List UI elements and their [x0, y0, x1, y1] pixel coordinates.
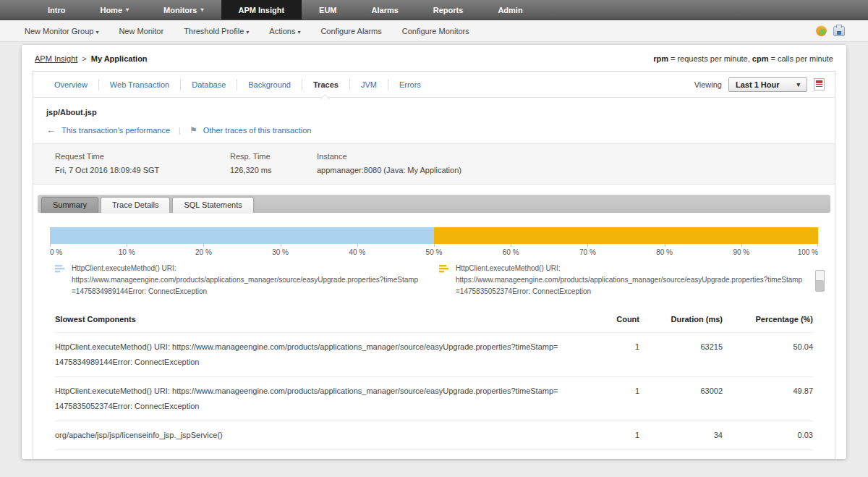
- axis-tick-label: 0 %: [50, 248, 62, 256]
- instance-label: Instance: [317, 150, 835, 164]
- nav-label: Alarms: [372, 6, 399, 14]
- time-range-value: Last 1 Hour: [736, 80, 780, 89]
- trace-info-strip: Request Time Fri, 7 Oct 2016 18:09:49 SG…: [33, 143, 835, 185]
- bar-axis: 0 %10 %20 %30 %40 %50 %60 %70 %80 %90 %1…: [50, 244, 818, 258]
- nav-home[interactable]: Home▾: [82, 0, 146, 20]
- col-duration: Duration (ms): [639, 315, 723, 324]
- nav-label: Reports: [433, 6, 464, 14]
- toolbar-threshold-profile[interactable]: Threshold Profile▾: [174, 27, 259, 35]
- nav-apm-insight[interactable]: APM Insight: [221, 0, 302, 20]
- subtab-sql-statements[interactable]: SQL Statements: [172, 197, 253, 213]
- col-percentage: Percentage (%): [723, 315, 813, 324]
- percentage-cell: 50.04: [723, 339, 813, 355]
- nav-label: EUM: [319, 6, 336, 14]
- nav-label: Intro: [48, 6, 65, 14]
- bar-segment: [434, 227, 818, 244]
- percentage-cell: 0.03: [723, 428, 813, 443]
- toolbar-new-monitor[interactable]: New Monitor: [109, 27, 174, 35]
- bar-segment: [50, 227, 434, 244]
- legend-title: HttpClient.executeMethod() URI:: [456, 263, 804, 274]
- toolbar-actions[interactable]: Actions▾: [259, 27, 310, 35]
- status-pie-icon[interactable]: [816, 25, 827, 36]
- axis-tick: [203, 244, 204, 247]
- tab-overview[interactable]: Overview: [43, 79, 98, 90]
- chevron-down-icon: ▾: [126, 7, 129, 13]
- axis-tick-label: 20 %: [195, 248, 212, 256]
- transaction-performance-link[interactable]: This transaction's performance: [61, 126, 170, 135]
- duration-cell: 63002: [639, 384, 723, 399]
- count-cell: 6: [596, 457, 639, 459]
- nav-admin[interactable]: Admin: [480, 0, 540, 20]
- toolbar-label: Actions: [269, 27, 295, 35]
- table-row: AbstractJdbc2Statement.executeQuery() SE…: [55, 449, 813, 459]
- resp-time-block: Resp. Time 126,320 ms: [230, 150, 317, 177]
- table-row: HttpClient.executeMethod() URI: https://…: [55, 376, 813, 421]
- component-cell: HttpClient.executeMethod() URI: https://…: [55, 384, 596, 414]
- tab-jvm[interactable]: JVM: [349, 79, 388, 90]
- tab-database[interactable]: Database: [180, 79, 237, 90]
- col-slowest-components: Slowest Components: [55, 315, 596, 324]
- nav-eum[interactable]: EUM: [302, 0, 354, 20]
- request-time-label: Request Time: [55, 150, 230, 164]
- toolbar-configure-alarms[interactable]: Configure Alarms: [310, 27, 391, 35]
- col-count: Count: [596, 315, 639, 324]
- subtab-trace-details[interactable]: Trace Details: [101, 197, 170, 213]
- cpm-abbr: cpm: [752, 54, 769, 63]
- tab-errors[interactable]: Errors: [388, 79, 432, 90]
- toolbar-label: Configure Monitors: [402, 27, 469, 35]
- trace-subtabs: Summary Trace Details SQL Statements: [38, 195, 830, 213]
- axis-tick-label: 90 %: [733, 248, 749, 256]
- other-traces-link[interactable]: Other traces of this transaction: [203, 126, 312, 135]
- flag-icon: ⚑: [190, 125, 197, 135]
- chevron-down-icon: ▾: [246, 29, 249, 35]
- percentage-cell: 0.02: [723, 457, 813, 459]
- axis-tick-label: 70 %: [579, 248, 596, 256]
- legend-swatch-icon: [439, 264, 449, 274]
- rpm-abbr: rpm: [653, 54, 668, 63]
- toolbar-label: Configure Alarms: [320, 27, 381, 35]
- app-tabs: Overview Web Transaction Database Backgr…: [33, 72, 835, 98]
- chevron-down-icon: ▾: [95, 29, 98, 35]
- nav-reports[interactable]: Reports: [416, 0, 481, 20]
- legend-swatch-icon: [55, 264, 65, 274]
- printer-icon[interactable]: [833, 26, 845, 36]
- nav-alarms[interactable]: Alarms: [354, 0, 416, 20]
- instance-block: Instance appmanager:8080 (Java: My Appli…: [317, 150, 835, 177]
- duration-cell: 24: [639, 457, 723, 459]
- nav-monitors[interactable]: Monitors▾: [146, 0, 221, 20]
- legend-detail: https://www.manageengine.com/products/ap…: [72, 276, 418, 295]
- legend-scrollbar[interactable]: [815, 270, 825, 292]
- tab-web-transaction[interactable]: Web Transaction: [98, 79, 180, 90]
- table-header: Slowest Components Count Duration (ms) P…: [55, 315, 813, 332]
- resp-time-value: 126,320 ms: [230, 164, 317, 177]
- pdf-export-icon[interactable]: [814, 78, 825, 90]
- tab-traces[interactable]: Traces: [302, 79, 349, 90]
- nav-label: APM Insight: [239, 6, 285, 14]
- axis-tick-label: 10 %: [119, 248, 135, 256]
- legend-text: HttpClient.executeMethod() URI:https://w…: [456, 263, 804, 297]
- axis-tick: [281, 244, 281, 247]
- action-toolbar: New Monitor Group▾ New Monitor Threshold…: [0, 20, 868, 42]
- request-time-block: Request Time Fri, 7 Oct 2016 18:09:49 SG…: [55, 150, 230, 177]
- time-range-select[interactable]: Last 1 Hour ▾: [728, 77, 807, 92]
- count-cell: 1: [596, 384, 639, 399]
- tab-background[interactable]: Background: [237, 79, 302, 90]
- component-cell: HttpClient.executeMethod() URI: https://…: [55, 339, 596, 370]
- nav-intro[interactable]: Intro: [30, 0, 82, 20]
- axis-tick: [357, 244, 358, 247]
- breadcrumb-apm-insight-link[interactable]: APM Insight: [35, 54, 77, 63]
- count-cell: 1: [596, 428, 639, 443]
- axis-tick: [511, 244, 511, 247]
- nav-label: Home: [100, 6, 122, 14]
- toolbar-configure-monitors[interactable]: Configure Monitors: [392, 27, 480, 35]
- duration-cell: 63215: [639, 339, 723, 355]
- toolbar-new-monitor-group[interactable]: New Monitor Group▾: [14, 27, 109, 35]
- breadcrumb: APM Insight > My Application rpm = reque…: [22, 45, 846, 71]
- duration-cell: 34: [639, 428, 723, 443]
- nav-label: Monitors: [163, 6, 197, 14]
- breadcrumb-separator: >: [82, 54, 86, 63]
- viewing-control: Viewing Last 1 Hour ▾: [694, 77, 825, 92]
- subtab-summary[interactable]: Summary: [41, 197, 98, 213]
- axis-tick-label: 80 %: [656, 248, 673, 256]
- top-navigation: Intro Home▾ Monitors▾ APM Insight EUM Al…: [0, 0, 868, 20]
